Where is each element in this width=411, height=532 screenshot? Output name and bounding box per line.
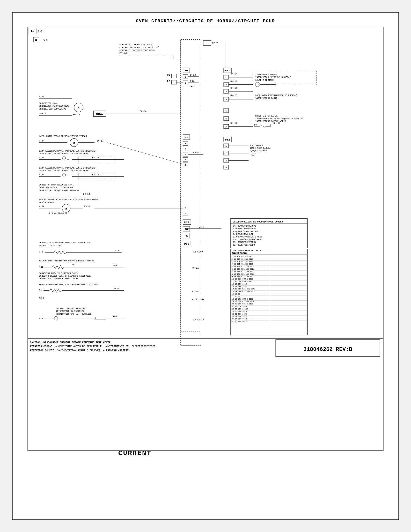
- c-label: C: [270, 124, 271, 126]
- r14-label: R-14: [84, 205, 90, 208]
- w5-label: W-5: [44, 39, 48, 41]
- svg-text:t°: t°: [252, 152, 254, 155]
- bk14-main: BK-14: [140, 110, 147, 113]
- r8-label: R-8: [38, 30, 43, 33]
- bake-elem-label: BAKE ELEMENT/ELEMENTODE HORNO/ELEMENT CU…: [39, 260, 94, 262]
- color-o: O.-ORANGE/NARANJA/ORANGE: [233, 236, 262, 238]
- w14-latch: W-14: [39, 140, 45, 142]
- row10: 10 18 200 SEW-1 3122: [232, 278, 253, 280]
- svg-line-71: [64, 175, 66, 177]
- svg-rect-0: [28, 27, 383, 451]
- row6: 6 16 150 EXL-150 3321: [232, 268, 255, 270]
- p11-pin2: 2: [225, 83, 227, 86]
- conv-fan-label: CONVECTION FAN/: [39, 102, 57, 105]
- y22-label: Y-22: [189, 85, 194, 88]
- p2-pin1: 1: [173, 81, 175, 84]
- bk14-r3: BK-14: [230, 87, 237, 89]
- oven-control-label2: CONTROL DE HORNO ELECTRONICO/: [120, 46, 159, 49]
- row19: 19 20 125 CL1251 3179: [232, 301, 254, 303]
- bk14-r1: BK-14: [230, 73, 237, 75]
- row23: 23 18 200 3573: [232, 311, 247, 313]
- caution-line3: ATTENTION:COUPEZ L'ALIMENTATION AVANT D'…: [30, 349, 130, 352]
- temp-probe-label3: SONDE THERMIQUE: [255, 79, 274, 82]
- lamp-hal-label1: LAMP HALOGEN/LAMPARA HALOGENE/LUMISRE HA…: [39, 150, 95, 152]
- row36: 36 14 200 3512: [232, 318, 247, 320]
- row20: 20 20 200 SRE-1 3122: [232, 303, 253, 305]
- conn-hidden-label2: CONECTOR CUANDO ESTA UN ELEMENTO ESCONDI…: [39, 275, 91, 277]
- oven-control-label4: ES SXX: [120, 52, 128, 55]
- color-g: G.-GREEN/VERDE/VERT: [233, 228, 256, 230]
- bk14-r7b: BK-14: [273, 122, 280, 124]
- p1-pin1: 1: [173, 75, 175, 78]
- row12: 12 12 250 3252: [232, 283, 247, 285]
- r7-label: R-7: [39, 317, 43, 320]
- motor-sw-label3: INTERRUPTEUR MOTEUR VERROU: [255, 120, 287, 123]
- bk7-label: BK-7: [199, 226, 204, 228]
- svg-point-104: [41, 266, 43, 268]
- svg-text:M: M: [78, 107, 80, 110]
- row2: 2 16 125 CL1251 3173: [232, 258, 253, 260]
- table-codigo-hdr: CODIGO MEDIDA: [232, 252, 248, 254]
- p11-pin7: 7: [225, 125, 227, 128]
- svg-line-64: [64, 156, 66, 158]
- p11-pin3: 3: [225, 90, 227, 93]
- p12-pin2: 2: [225, 152, 227, 155]
- n-label: N: [35, 38, 37, 42]
- p6-pin-fan2: 2: [185, 207, 186, 210]
- o6-label2: 0-6: [115, 249, 119, 252]
- l1-label: L1: [206, 42, 209, 45]
- row15: 15 18 150 EXL-150 3321: [232, 291, 256, 293]
- svg-line-60: [107, 142, 183, 164]
- svg-line-62: [62, 158, 64, 160]
- row11: 11 20 200 SEW-1 3122: [232, 281, 253, 283]
- r8-thermal: R-8: [113, 315, 117, 318]
- p13-label: P13: [184, 221, 189, 224]
- j3-pin4: 4: [185, 164, 186, 166]
- p17-l2in-label: P17 L2 IN: [192, 318, 204, 321]
- row3: 3 14 125 CL1251 3173: [232, 261, 253, 263]
- svg-text:>>: >>: [67, 159, 69, 161]
- p15-label: P15: [184, 243, 189, 246]
- row35: 35 18 200 3512: [232, 316, 247, 317]
- row24: 24 20 200 3573: [232, 313, 247, 315]
- svg-text:>>: >>: [72, 264, 75, 266]
- row22: 22 22 150 10109: [232, 308, 248, 310]
- p5-label: P5: [185, 235, 188, 238]
- br14-lamp1: BR-14: [92, 156, 99, 159]
- svg-text:M: M: [65, 208, 67, 210]
- j3-pin7: 7: [185, 148, 186, 151]
- motor-sw-label2: INTERRUPTOR MOTOR DE LOQUETA DE PUERTA/: [255, 117, 303, 120]
- row14: 14 20 150 EXL-150 3391: [232, 288, 256, 290]
- p1-label: P1: [167, 74, 170, 76]
- color-bl: BL.-BLUE/AZUL/BLEU: [233, 244, 255, 247]
- bk14-r7: BK-14: [230, 122, 237, 124]
- svg-line-72: [64, 173, 66, 175]
- r22-label: R-22: [189, 80, 194, 83]
- color-w: W.-WHITE/BLANCO/BLANC: [233, 230, 258, 233]
- p11-top-label: P11: [225, 69, 230, 72]
- p7-br-label: P7 BR: [192, 290, 199, 293]
- bk22-label: BK-22: [189, 74, 196, 76]
- latch-motor-label: LATCH MOTOR/MOTOR CERROJO/MOTEUR VERROU: [39, 135, 86, 138]
- thermal-label2: INTERRUPTOR DE CIRCUITO: [56, 310, 84, 313]
- caution-line2: ATENCION:CORTAR LA CORRIENTE ANTES DE RE…: [30, 345, 157, 348]
- br14-2: BR-14: [73, 114, 80, 116]
- j8-label: J8: [185, 228, 188, 231]
- oven-control-label: ELECTRONIC OVEN CONTROL/: [120, 43, 152, 46]
- lamp-hal-label3: LAMP HALOGEN/LAMPARA HALOGENE/LUMIERE HA…: [39, 167, 95, 169]
- svg-point-109: [54, 316, 58, 320]
- triac-label: TRIAC: [96, 113, 103, 115]
- row5: 5 18 150 EXL-150 3321: [232, 266, 255, 268]
- conv-elem-label1: CONVECTION ELEMENT/ELEMENTO DE CONVECCIO…: [39, 242, 90, 244]
- j3-pin5: 5: [185, 158, 186, 161]
- temp-probe-label2: INTERRUPTOR MOTOR DE LOQUETA/: [255, 76, 291, 79]
- row13: 13 14 250 3252: [232, 285, 247, 287]
- conn-hal-label1: CONNECTOR WHEN HALOGENE LAMP/: [39, 184, 75, 186]
- meat-probe-label2: SONDA PARA CARNE/: [250, 147, 271, 150]
- temp-probe-label: TEMPERATURE PROBE/: [255, 74, 277, 76]
- w14-lamp2: W-14: [39, 173, 45, 176]
- row16: 16 16 60: [232, 293, 240, 295]
- broil-elem-label: BROIL ELEMENT/ELEMENTO DE ASADO/ELEMENT …: [39, 284, 98, 286]
- br14-lamp2: BR-14: [92, 173, 99, 176]
- j3-pin6: 6: [185, 153, 186, 156]
